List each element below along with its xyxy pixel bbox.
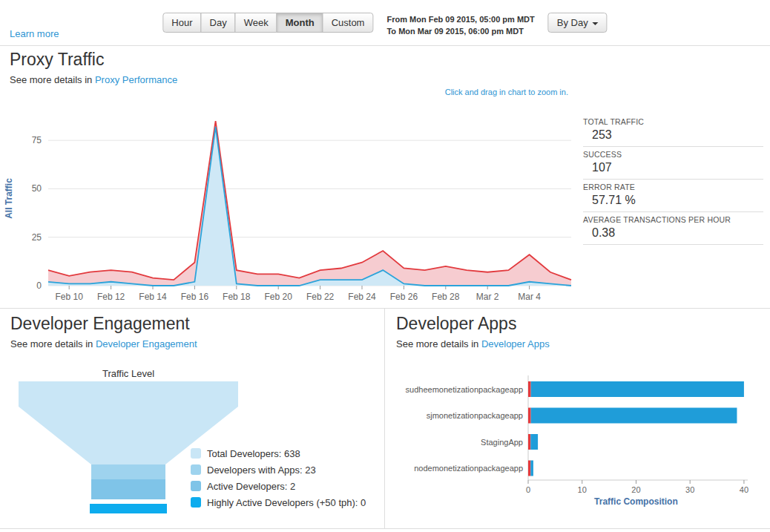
range-week-button[interactable]: Week — [235, 13, 277, 33]
bar-segment-errors — [528, 381, 531, 397]
topbar: Learn more Hour Day Week Month Custom Fr… — [0, 0, 770, 46]
stat-value: 107 — [583, 159, 763, 174]
time-controls: Hour Day Week Month Custom From Mon Feb … — [162, 13, 607, 37]
legend-swatch-icon — [191, 497, 201, 508]
legend-item: Developers with Apps: 23 — [191, 462, 366, 478]
bar-segment-errors — [528, 461, 530, 476]
category-label: nodemonetizationpackageapp — [414, 464, 523, 473]
group-by-dropdown[interactable]: By Day — [548, 13, 608, 33]
x-tick-label: Feb 12 — [97, 292, 125, 302]
legend-swatch-icon — [191, 448, 201, 459]
x-axis-title: Traffic Composition — [594, 496, 678, 507]
stat-avg-tph: AVERAGE TRANSACTIONS PER HOUR 0.38 — [583, 212, 763, 245]
learn-more-link[interactable]: Learn more — [10, 28, 59, 39]
range-day-button[interactable]: Day — [201, 13, 236, 33]
x-tick-label: Feb 24 — [348, 292, 376, 302]
x-tick-label: 40 — [740, 485, 748, 494]
proxy-performance-link[interactable]: Proxy Performance — [95, 74, 177, 85]
developer-apps-section: Developer Apps See more details in Devel… — [386, 309, 770, 528]
range-hour-button[interactable]: Hour — [162, 13, 201, 33]
date-range: From Mon Feb 09 2015, 05:00 pm MDT To Mo… — [386, 13, 534, 37]
legend-swatch-icon — [191, 464, 201, 475]
x-tick-label: Feb 10 — [56, 292, 84, 302]
funnel-stage-2 — [91, 464, 165, 479]
analytics-dashboard: Learn more Hour Day Week Month Custom Fr… — [0, 0, 770, 532]
stat-label: TOTAL TRAFFIC — [583, 117, 763, 126]
stat-total-traffic: TOTAL TRAFFIC 253 — [583, 114, 763, 147]
category-label: sjmonetizationpackageapp — [427, 411, 523, 420]
developer-engagement-section: Developer Engagement See more details in… — [0, 309, 385, 528]
range-month-button[interactable]: Month — [277, 13, 323, 33]
details-text: See more details in — [396, 338, 478, 349]
legend-label: Total Developers: 638 — [207, 448, 300, 459]
y-tick-label: 0 — [36, 280, 42, 291]
x-tick-label: Mar 2 — [476, 292, 499, 302]
x-tick-label: Feb 22 — [306, 292, 335, 302]
proxy-stats-panel: TOTAL TRAFFIC 253 SUCCESS 107 ERROR RATE… — [583, 114, 763, 245]
date-to: To Mon Mar 09 2015, 06:00 pm MDT — [386, 25, 534, 37]
proxy-traffic-chart[interactable]: 0255075Feb 10Feb 12Feb 14Feb 16Feb 18Feb… — [0, 104, 579, 303]
caret-down-icon — [593, 22, 599, 25]
group-by-label: By Day — [557, 17, 588, 28]
bar-segment-traffic — [530, 461, 533, 476]
series-area-success — [48, 127, 571, 286]
x-tick-label: 20 — [631, 485, 640, 494]
stat-label: ERROR RATE — [583, 183, 763, 191]
x-tick-label: 0 — [526, 485, 530, 494]
legend-label: Highly Active Developers (+50 tph): 0 — [207, 497, 366, 508]
range-custom-button[interactable]: Custom — [323, 13, 374, 33]
developer-apps-chart: 010203040sudheemonetizationpackageappsjm… — [393, 371, 764, 512]
x-tick-label: Feb 26 — [390, 292, 418, 302]
bar-segment-errors — [528, 408, 531, 424]
developer-apps-link[interactable]: Developer Apps — [481, 338, 550, 349]
x-tick-label: Feb 20 — [265, 292, 293, 302]
zoom-hint: Click and drag in chart to zoom in. — [0, 88, 568, 96]
stat-value: 0.38 — [583, 224, 763, 240]
funnel-legend: Total Developers: 638Developers with App… — [191, 445, 366, 510]
funnel-stage-4 — [90, 504, 167, 513]
category-label: StagingApp — [481, 438, 523, 447]
stat-label: SUCCESS — [583, 150, 763, 159]
stat-success: SUCCESS 107 — [583, 147, 763, 180]
legend-item: Total Developers: 638 — [191, 445, 366, 462]
y-tick-label: 25 — [32, 232, 42, 243]
apps-details: See more details in Developer Apps — [396, 338, 550, 349]
legend-label: Active Developers: 2 — [207, 481, 295, 492]
series-line-all-traffic — [48, 121, 571, 280]
x-tick-label: 10 — [578, 485, 587, 494]
funnel-stage-3 — [91, 479, 165, 499]
stat-value: 253 — [583, 126, 763, 142]
x-tick-label: Feb 14 — [139, 292, 167, 302]
y-axis-title: All Traffic — [4, 178, 14, 219]
proxy-details: See more details in Proxy Performance — [10, 74, 177, 85]
x-tick-label: Feb 16 — [181, 292, 209, 302]
stat-label: AVERAGE TRANSACTIONS PER HOUR — [583, 215, 763, 224]
bar-segment-traffic — [531, 381, 744, 397]
bottom-divider — [0, 528, 770, 529]
stat-error-rate: ERROR RATE 57.71 % — [583, 180, 763, 212]
developer-engagement-title: Developer Engagement — [10, 314, 190, 334]
y-tick-label: 75 — [32, 135, 42, 145]
details-text: See more details in — [10, 338, 93, 349]
series-line-success — [48, 127, 571, 286]
stat-value: 57.71 % — [583, 191, 763, 207]
bar-segment-traffic — [530, 434, 538, 450]
bar-segment-errors — [528, 434, 530, 450]
developer-engagement-link[interactable]: Developer Engagement — [96, 338, 197, 349]
legend-item: Active Developers: 2 — [191, 478, 366, 494]
x-tick-label: 30 — [685, 485, 694, 494]
engagement-details: See more details in Developer Engagement — [10, 338, 197, 349]
date-from: From Mon Feb 09 2015, 05:00 pm MDT — [386, 13, 534, 25]
developer-apps-title: Developer Apps — [396, 314, 516, 334]
bar-segment-traffic — [531, 408, 737, 424]
proxy-traffic-section: Proxy Traffic See more details in Proxy … — [0, 46, 770, 309]
x-tick-label: Feb 28 — [432, 292, 460, 302]
x-tick-label: Feb 18 — [223, 292, 251, 302]
series-area-all-traffic — [48, 121, 571, 286]
legend-swatch-icon — [191, 481, 201, 491]
x-tick-label: Mar 4 — [518, 292, 541, 302]
time-range-button-group: Hour Day Week Month Custom — [162, 13, 373, 33]
legend-item: Highly Active Developers (+50 tph): 0 — [191, 494, 366, 510]
legend-label: Developers with Apps: 23 — [207, 464, 316, 476]
y-tick-label: 50 — [32, 183, 42, 194]
